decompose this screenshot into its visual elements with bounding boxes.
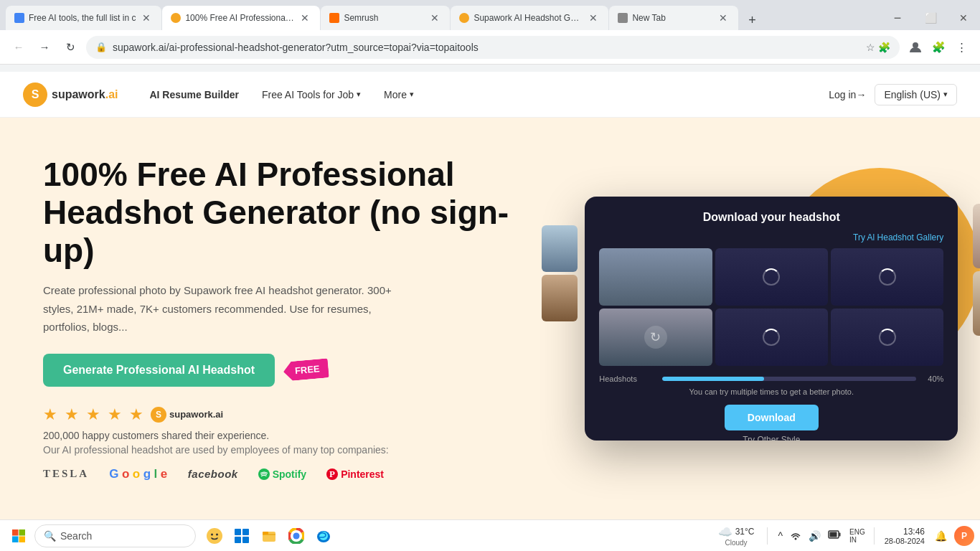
reload-button[interactable]: ↻ [60,37,80,57]
minimize-button[interactable]: − [881,6,914,30]
tab-title-4: Supawork AI Headshot Gen... [473,13,583,23]
tab-1[interactable]: Free AI tools, the full list in c ✕ [6,6,161,30]
logo-icon: S [23,83,47,107]
tab-4[interactable]: Supawork AI Headshot Gen... ✕ [451,6,608,30]
site-logo[interactable]: S supawork.ai [23,83,118,107]
volume-icon[interactable]: 🔊 [806,527,824,545]
nav-ai-resume[interactable]: AI Resume Builder [141,85,247,105]
thumb-person-right-2 [973,271,980,336]
pinterest-logo: P Pinterest [326,468,384,480]
taskbar-emoji-icon[interactable] [202,523,227,549]
close-window-button[interactable]: ✕ [947,6,980,30]
svg-point-8 [207,528,222,544]
taskbar-chrome-icon[interactable] [283,523,309,549]
tab-title-3: Semrush [344,13,424,23]
hero-description: Create professional photo by Supawork fr… [43,281,416,336]
new-tab-button[interactable]: + [742,10,762,30]
system-tray-expand-icon[interactable]: ^ [775,527,786,545]
forward-button[interactable]: → [34,37,55,57]
taskbar-profile-avatar[interactable]: P [954,526,974,546]
profile-initial: P [961,531,967,541]
svg-rect-4 [12,529,19,536]
progress-fill [662,377,764,381]
tab-close-4[interactable]: ✕ [587,11,600,24]
svg-point-0 [913,42,918,48]
weather-widget[interactable]: ☁️ 31°C Cloudy [712,525,760,547]
taskbar-divider-1 [767,527,768,545]
language-selector[interactable]: English (US) ▾ [875,84,957,105]
language-indicator[interactable]: ENGIN [848,528,867,544]
battery-icon[interactable] [825,526,844,545]
back-button[interactable]: ← [9,37,29,57]
nav-bar: ← → ↻ 🔒 supawork.ai/ai-professional-head… [0,30,980,65]
taskbar-search-icon: 🔍 [44,530,56,542]
taskbar-app-icons [202,523,336,549]
tab-close-3[interactable]: ✕ [428,11,441,24]
download-button[interactable]: Download [725,405,819,430]
extensions-button[interactable]: 🧩 [928,37,948,57]
star-4: ★ [108,405,122,424]
tab-favicon-4 [459,13,469,23]
tab-close-2[interactable]: ✕ [298,11,311,24]
progress-bar-container: Headshots 40% [599,375,943,383]
start-button[interactable] [6,523,32,549]
lang-chevron-icon: ▾ [943,90,948,99]
taskbar-right: ☁️ 31°C Cloudy ^ 🔊 ENGIN 13:46 28-08-202… [712,525,974,547]
company-logos-row: TESLA Google facebook Spotify P Pinteres… [43,467,534,481]
logo-text: supawork.ai [52,88,118,101]
svg-rect-5 [19,529,26,536]
hero-section: 100% Free AI Professional Headshot Gener… [0,118,980,519]
address-bar[interactable]: 🔒 supawork.ai/ai-professional-headshot-g… [86,36,900,59]
gallery-link[interactable]: Try Al Headshot Gallery [599,232,943,242]
try-other-style-link[interactable]: Try Other Style [743,435,800,441]
svg-rect-7 [19,536,26,542]
nav-more[interactable]: More ▾ [375,85,423,105]
svg-rect-14 [242,537,249,543]
extension-puzzle-icon[interactable]: 🧩 [878,42,890,53]
tab-3[interactable]: Semrush ✕ [321,6,450,30]
svg-rect-6 [12,536,19,542]
taskbar-search-text: Search [60,530,92,542]
tab-close-1[interactable]: ✕ [140,11,153,24]
clock-time: 13:46 [903,527,925,537]
tab-bar: Free AI tools, the full list in c ✕ 100%… [0,0,980,30]
thumb-person-right-1 [973,204,980,268]
star-1: ★ [43,405,57,424]
weather-temperature: 31°C [735,527,755,537]
network-icon[interactable] [787,526,804,545]
tab-close-5[interactable]: ✕ [717,11,730,24]
login-button[interactable]: Log in→ [829,89,866,100]
maximize-button[interactable]: ⬜ [914,6,947,30]
progress-pct: 40% [922,375,943,383]
tab-title-5: New Tab [632,13,712,23]
hero-title: 100% Free AI Professional Headshot Gener… [43,156,534,270]
hero-right: Download your headshot Try Al Headshot G… [563,197,966,441]
profile-avatar[interactable] [905,37,925,57]
star-half: ★ [129,405,143,424]
star-3: ★ [86,405,100,424]
taskbar-explorer-icon[interactable] [256,523,282,549]
taskbar-divider-2 [874,527,875,545]
more-options-button[interactable]: ⋮ [951,37,971,57]
right-thumbnails [973,204,980,336]
taskbar: 🔍 Search ☁️ 31°C [0,519,980,551]
taskbar-edge-icon[interactable] [311,523,336,549]
generate-headshot-button[interactable]: Generate Professional AI Headshot [43,354,275,387]
nav-free-ai-tools[interactable]: Free AI Tools for Job ▾ [253,85,369,105]
svg-point-22 [795,538,797,540]
bookmark-star-icon[interactable]: ☆ [866,42,875,53]
dropdown-chevron-icon: ▾ [357,90,361,99]
website-content: S supawork.ai AI Resume Builder Free AI … [0,72,980,519]
svg-point-1 [258,468,270,480]
taskbar-windows-icon[interactable] [229,523,255,549]
time-display[interactable]: 13:46 28-08-2024 [882,527,928,545]
notification-bell-icon[interactable]: 🔔 [932,527,950,545]
companies-used-text: Our AI professional headshot are used by… [43,444,534,456]
address-text: supawork.ai/ai-professional-headshot-gen… [113,42,860,53]
tesla-logo: TESLA [43,468,89,480]
app-screenshot-title: Download your headshot [599,211,943,224]
spotify-logo: Spotify [258,468,306,480]
tab-2-active[interactable]: 100% Free AI Professional H ✕ [162,6,320,30]
tab-5[interactable]: New Tab ✕ [609,6,738,30]
taskbar-search-bar[interactable]: 🔍 Search [34,524,196,547]
